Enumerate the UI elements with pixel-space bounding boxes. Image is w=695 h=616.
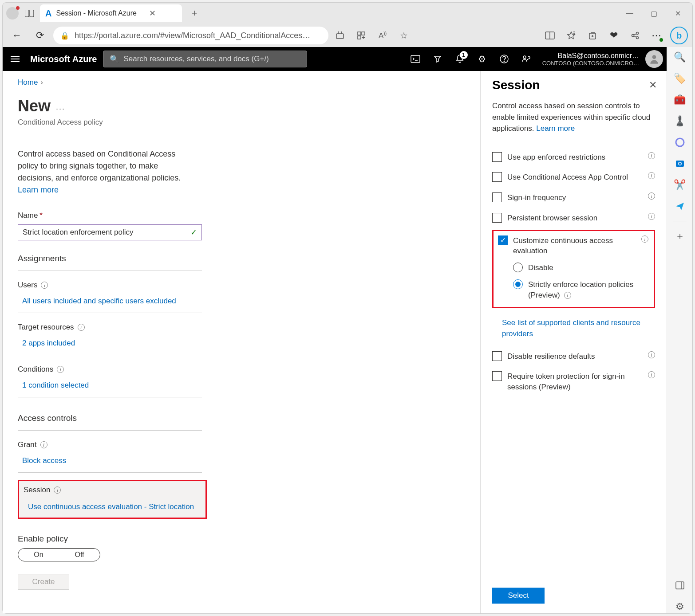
blade-title: New <box>18 97 51 115</box>
performance-icon[interactable]: ❤︎ <box>604 27 624 44</box>
info-icon[interactable]: i <box>648 371 655 378</box>
browser-tab[interactable]: A Session - Microsoft Azure ✕ <box>40 4 182 22</box>
clip-icon[interactable]: ✂️ <box>673 178 687 192</box>
checkbox-icon[interactable] <box>492 192 502 202</box>
info-icon[interactable]: i <box>648 213 655 220</box>
create-button[interactable]: Create <box>18 574 69 590</box>
tag-icon[interactable]: 🏷️ <box>673 72 687 85</box>
option-customize-cae[interactable]: ✓ Customize continuous access evaluation… <box>498 235 648 257</box>
grant-value[interactable]: Block access <box>18 456 221 465</box>
checkbox-icon[interactable] <box>492 213 502 223</box>
checkbox-icon[interactable] <box>492 172 502 182</box>
split-screen-icon[interactable] <box>540 27 560 44</box>
target-resources-value[interactable]: 2 apps included <box>18 339 221 348</box>
global-search[interactable]: 🔍 Search resources, services, and docs (… <box>103 51 307 67</box>
outlook-icon[interactable]: O <box>673 157 687 170</box>
maximize-icon[interactable]: ▢ <box>643 5 665 21</box>
info-icon[interactable]: i <box>641 235 648 243</box>
add-sidebar-icon[interactable]: ＋ <box>673 229 687 243</box>
favorites-icon[interactable] <box>561 27 581 44</box>
enable-policy-toggle[interactable]: On Off <box>18 548 100 561</box>
checkbox-icon[interactable] <box>492 152 502 162</box>
new-tab-button[interactable]: + <box>186 5 202 21</box>
panel-learn-more-link[interactable]: Learn more <box>536 124 575 133</box>
tab-close-icon[interactable]: ✕ <box>149 8 156 18</box>
option-app-control[interactable]: Use Conditional Access App Control i <box>492 172 655 183</box>
radio-strict-enforce[interactable]: Strictly enforce location policies (Prev… <box>513 279 648 301</box>
more-icon[interactable]: ⋯ <box>646 27 667 44</box>
option-persistent-browser[interactable]: Persistent browser session i <box>492 213 655 224</box>
help-icon[interactable] <box>494 49 514 69</box>
option-token-protection[interactable]: Require token protection for sign-in ses… <box>492 371 655 392</box>
learn-more-link[interactable]: Learn more <box>18 185 59 194</box>
filter-icon[interactable] <box>428 49 447 69</box>
checkbox-icon[interactable] <box>492 351 502 361</box>
users-value[interactable]: All users included and specific users ex… <box>18 297 221 306</box>
session-panel: Session ✕ Control access based on sessio… <box>480 71 667 613</box>
favorite-star-icon[interactable]: ☆ <box>394 27 414 44</box>
radio-selected-icon[interactable] <box>513 279 523 289</box>
info-icon[interactable]: i <box>648 192 655 200</box>
radio-disable[interactable]: Disable <box>513 263 648 273</box>
conditions-value[interactable]: 1 condition selected <box>18 381 221 390</box>
info-icon[interactable]: i <box>648 172 655 179</box>
info-icon[interactable]: i <box>40 441 47 448</box>
access-controls-heading: Access controls <box>18 413 221 423</box>
breadcrumb-home[interactable]: Home <box>18 78 38 87</box>
svg-rect-4 <box>362 32 365 35</box>
select-button[interactable]: Select <box>492 588 545 604</box>
menu-button[interactable] <box>6 50 24 68</box>
checkbox-icon[interactable] <box>492 371 502 381</box>
session-value[interactable]: Use continuous access evaluation - Stric… <box>24 502 201 511</box>
workspaces-icon[interactable] <box>20 5 38 21</box>
sidebar-settings-icon[interactable]: ⚙ <box>673 600 687 613</box>
toggle-off[interactable]: Off <box>59 549 100 561</box>
info-icon[interactable]: i <box>78 324 85 331</box>
read-aloud-icon[interactable]: A)) <box>373 27 392 44</box>
account-info[interactable]: BalaS@contoso.onmicr… CONTOSO (CONTOSO.O… <box>542 51 639 67</box>
minimize-icon[interactable]: — <box>619 5 641 21</box>
option-disable-resilience[interactable]: Disable resilience defaults i <box>492 351 655 362</box>
send-icon[interactable] <box>673 200 687 213</box>
close-window-icon[interactable]: ✕ <box>667 5 689 21</box>
info-icon[interactable]: i <box>41 282 48 289</box>
back-button[interactable]: ← <box>7 27 27 44</box>
info-icon[interactable]: i <box>564 292 571 299</box>
feedback-icon[interactable] <box>517 49 536 69</box>
refresh-button[interactable]: ⟳ <box>30 27 50 44</box>
extensions-icon[interactable] <box>351 27 371 44</box>
collections-icon[interactable] <box>582 27 603 44</box>
info-icon[interactable]: i <box>57 366 64 373</box>
name-input[interactable]: Strict location enforcement policy ✓ <box>18 224 202 240</box>
target-resources-row[interactable]: Target resources i <box>18 323 221 332</box>
info-icon[interactable]: i <box>54 487 61 494</box>
info-icon[interactable]: i <box>648 152 655 159</box>
supported-clients-link[interactable]: See list of supported clients and resour… <box>502 317 655 340</box>
avatar[interactable] <box>645 50 663 68</box>
users-row[interactable]: Users i <box>18 281 221 290</box>
toolbox-icon[interactable]: 🧰 <box>673 93 687 106</box>
hide-sidebar-icon[interactable] <box>673 579 687 592</box>
shopping-icon[interactable] <box>330 27 350 44</box>
option-app-enforced[interactable]: Use app enforced restrictions i <box>492 152 655 163</box>
info-icon[interactable]: i <box>648 351 655 358</box>
cloud-shell-icon[interactable] <box>406 49 425 69</box>
option-signin-frequency[interactable]: Sign-in frequency i <box>492 192 655 203</box>
blade-more-icon[interactable]: ··· <box>56 104 65 114</box>
search-sidebar-icon[interactable]: 🔍 <box>673 51 687 64</box>
grant-row[interactable]: Grant i <box>18 440 221 449</box>
browser-profile-icon[interactable] <box>6 7 19 20</box>
bing-button[interactable]: b <box>670 27 688 44</box>
settings-icon[interactable]: ⚙ <box>472 49 492 69</box>
session-row-highlighted[interactable]: Session i Use continuous access evaluati… <box>18 480 207 519</box>
checkbox-checked-icon[interactable]: ✓ <box>498 235 508 245</box>
games-icon[interactable]: ♟️ <box>673 114 687 128</box>
radio-icon[interactable] <box>513 263 523 272</box>
conditions-row[interactable]: Conditions i <box>18 365 221 374</box>
notifications-icon[interactable]: 1 <box>450 49 470 69</box>
share-icon[interactable] <box>625 27 645 44</box>
toggle-on[interactable]: On <box>18 549 59 561</box>
m365-icon[interactable] <box>673 136 687 149</box>
panel-close-icon[interactable]: ✕ <box>649 79 657 91</box>
address-bar[interactable]: 🔒 https://portal.azure.com/#view/Microso… <box>53 27 328 44</box>
